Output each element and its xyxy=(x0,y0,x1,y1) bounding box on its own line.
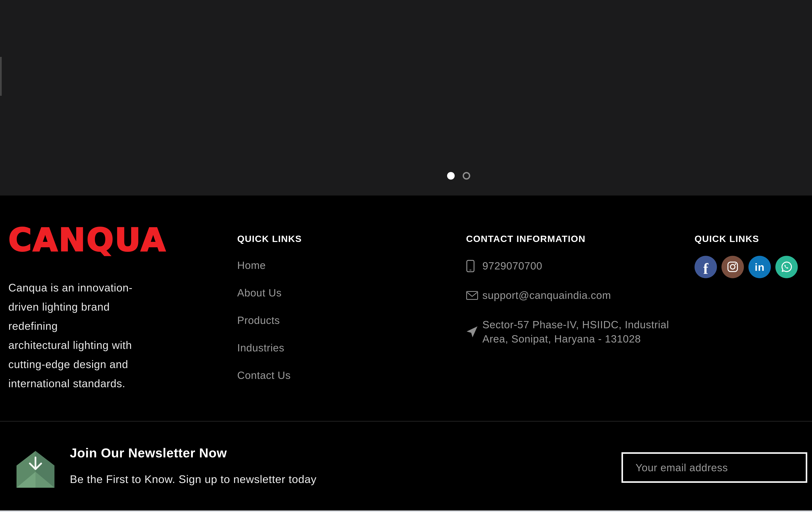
newsletter-envelope-icon xyxy=(17,448,55,493)
footer-link-products[interactable]: Products xyxy=(237,314,280,326)
list-item: Industries xyxy=(237,342,302,354)
left-edge-artifact xyxy=(0,57,2,96)
whatsapp-button[interactable] xyxy=(775,256,798,278)
footer-brand-column: CANQUA Canqua is an innovation- driven l… xyxy=(8,224,183,393)
footer-link-industries[interactable]: Industries xyxy=(237,342,284,354)
quick-links-title: QUICK LINKS xyxy=(237,234,302,244)
contact-email: support@canquaindia.com xyxy=(483,288,611,302)
quick-links-list: Home About Us Products Industries Contac… xyxy=(237,259,302,381)
contact-title: CONTACT INFORMATION xyxy=(466,234,669,244)
linkedin-button[interactable]: in xyxy=(748,256,771,278)
list-item: Contact Us xyxy=(237,369,302,381)
instagram-button[interactable] xyxy=(722,256,744,278)
newsletter-subtitle: Be the First to Know. Sign up to newslet… xyxy=(70,473,317,485)
facebook-button[interactable]: f xyxy=(695,256,717,278)
social-icons-row: f in xyxy=(695,256,798,278)
carousel-dot-active[interactable] xyxy=(447,172,455,180)
location-arrow-icon xyxy=(466,326,483,338)
contact-address-row: Sector-57 Phase-IV, HSIIDC, Industrial A… xyxy=(466,318,669,346)
list-item: Home xyxy=(237,259,302,271)
facebook-icon: f xyxy=(703,260,708,277)
footer-link-contact-us[interactable]: Contact Us xyxy=(237,369,291,381)
contact-phone-row[interactable]: 9729070700 xyxy=(466,259,669,273)
contact-email-row[interactable]: support@canquaindia.com xyxy=(466,288,669,302)
contact-rows: 9729070700 support@canquaindia.com xyxy=(466,259,669,346)
footer-divider xyxy=(0,421,812,422)
footer-social-column: QUICK LINKS f in xyxy=(695,234,798,278)
carousel-dots xyxy=(447,172,470,180)
brand-description: Canqua is an innovation- driven lighting… xyxy=(8,278,183,393)
carousel-dot-inactive[interactable] xyxy=(463,172,470,180)
footer-link-home[interactable]: Home xyxy=(237,260,266,271)
footer-link-about-us[interactable]: About Us xyxy=(237,287,282,299)
instagram-icon xyxy=(727,261,738,273)
footer-quick-links-column: QUICK LINKS Home About Us Products Indus… xyxy=(237,234,302,397)
canqua-logo[interactable]: CANQUA xyxy=(8,224,183,256)
whatsapp-icon xyxy=(781,261,792,273)
social-title: QUICK LINKS xyxy=(695,234,798,244)
list-item: About Us xyxy=(237,287,302,299)
list-item: Products xyxy=(237,314,302,326)
email-icon xyxy=(466,291,483,300)
page: CANQUA Canqua is an innovation- driven l… xyxy=(0,0,812,512)
footer-contact-column: CONTACT INFORMATION 9729070700 xyxy=(466,234,669,361)
bottom-page-edge xyxy=(0,510,812,512)
site-footer: CANQUA Canqua is an innovation- driven l… xyxy=(0,195,812,512)
phone-icon xyxy=(466,260,483,272)
contact-address: Sector-57 Phase-IV, HSIIDC, Industrial A… xyxy=(483,318,669,346)
newsletter-title: Join Our Newsletter Now xyxy=(70,446,317,460)
linkedin-icon: in xyxy=(755,261,764,273)
newsletter-email-input[interactable] xyxy=(621,452,807,483)
hero-carousel xyxy=(0,0,812,195)
contact-phone: 9729070700 xyxy=(483,259,542,273)
newsletter-text: Join Our Newsletter Now Be the First to … xyxy=(70,446,317,485)
